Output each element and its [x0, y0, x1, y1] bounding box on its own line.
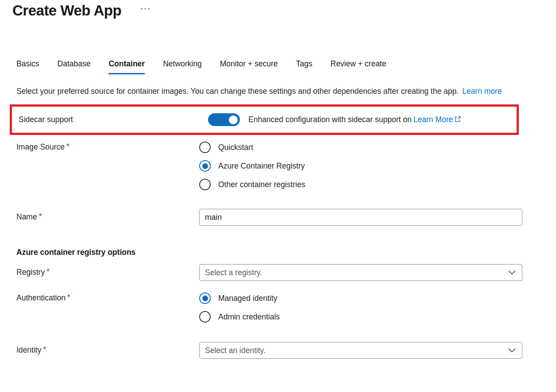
- authentication-row: Authentication* Managed identity Admin c…: [0, 292, 556, 323]
- name-row: Name*: [0, 209, 556, 226]
- image-source-label: Image Source*: [16, 142, 199, 152]
- registry-row: Registry* Select a registry.: [0, 264, 556, 281]
- radio-selected-icon: [199, 160, 211, 172]
- required-asterisk: *: [67, 293, 70, 302]
- name-label: Name*: [16, 209, 199, 222]
- radio-admin-credentials-label: Admin credentials: [218, 312, 280, 322]
- sidecar-toggle[interactable]: [208, 113, 240, 126]
- identity-row: Identity* Select an identity.: [0, 342, 556, 359]
- tab-basics[interactable]: Basics: [16, 59, 39, 74]
- image-source-label-text: Image Source: [16, 142, 65, 151]
- tab-description: Select your preferred source for contain…: [16, 85, 521, 97]
- tab-container[interactable]: Container: [108, 59, 145, 74]
- tab-monitor-secure[interactable]: Monitor + secure: [220, 59, 278, 74]
- chevron-down-icon: [508, 348, 516, 353]
- required-asterisk: *: [43, 345, 46, 354]
- radio-azure-container-registry[interactable]: Azure Container Registry: [199, 160, 305, 172]
- description-text: Select your preferred source for contain…: [16, 87, 459, 96]
- image-source-radio-group: Quickstart Azure Container Registry Othe…: [199, 142, 305, 190]
- radio-managed-identity[interactable]: Managed identity: [199, 292, 280, 304]
- chevron-down-icon: [508, 270, 516, 275]
- authentication-label: Authentication*: [16, 292, 199, 303]
- radio-acr-label: Azure Container Registry: [218, 161, 305, 171]
- registry-dropdown[interactable]: Select a registry.: [199, 264, 522, 281]
- required-asterisk: *: [66, 142, 70, 151]
- registry-label: Registry*: [16, 264, 199, 277]
- name-input[interactable]: [199, 209, 522, 226]
- authentication-label-text: Authentication: [16, 293, 66, 302]
- radio-managed-identity-label: Managed identity: [218, 294, 277, 303]
- tab-tags[interactable]: Tags: [296, 59, 313, 74]
- more-options-button[interactable]: ···: [141, 4, 151, 13]
- sidecar-support-row: Sidecar support Enhanced configuration w…: [12, 113, 517, 126]
- tab-bar: Basics Database Container Networking Mon…: [16, 59, 556, 74]
- sidecar-support-label: Sidecar support: [19, 115, 208, 124]
- radio-selected-icon: [199, 292, 211, 304]
- required-asterisk: *: [46, 267, 50, 276]
- identity-placeholder: Select an identity.: [205, 346, 266, 355]
- identity-label-text: Identity: [16, 346, 41, 354]
- registry-label-text: Registry: [16, 268, 45, 277]
- tab-database[interactable]: Database: [58, 59, 91, 74]
- required-asterisk: *: [39, 212, 42, 221]
- identity-label: Identity*: [16, 342, 199, 355]
- page-title: Create Web App: [12, 1, 121, 20]
- radio-unselected-icon: [199, 142, 211, 153]
- tab-review-create[interactable]: Review + create: [331, 59, 386, 74]
- sidecar-control: Enhanced configuration with sidecar supp…: [208, 113, 461, 126]
- sidecar-description-text: Enhanced configuration with sidecar supp…: [248, 115, 412, 124]
- radio-unselected-icon: [199, 179, 211, 190]
- tab-networking[interactable]: Networking: [163, 59, 202, 74]
- radio-admin-credentials[interactable]: Admin credentials: [199, 311, 280, 323]
- sidecar-description: Enhanced configuration with sidecar supp…: [248, 115, 461, 124]
- registry-placeholder: Select a registry.: [205, 268, 262, 277]
- image-source-row: Image Source* Quickstart Azure Container…: [0, 142, 556, 190]
- sidecar-learn-more-link[interactable]: Learn More: [413, 115, 462, 124]
- annotation-highlight-box: Sidecar support Enhanced configuration w…: [10, 104, 519, 135]
- authentication-radio-group: Managed identity Admin credentials: [199, 292, 280, 323]
- toggle-knob-icon: [229, 115, 238, 124]
- acr-options-heading: Azure container registry options: [16, 248, 556, 257]
- identity-dropdown[interactable]: Select an identity.: [199, 342, 522, 359]
- radio-quickstart-label: Quickstart: [218, 143, 253, 152]
- create-web-app-page: Create Web App ··· Basics Database Conta…: [0, 0, 556, 392]
- name-label-text: Name: [16, 212, 37, 221]
- page-header: Create Web App ···: [0, 0, 556, 20]
- radio-unselected-icon: [199, 311, 211, 323]
- radio-other-registries-label: Other container registries: [218, 180, 305, 189]
- radio-other-container-registries[interactable]: Other container registries: [199, 179, 305, 190]
- external-link-icon: [454, 115, 461, 123]
- learn-more-link[interactable]: Learn more: [462, 87, 502, 96]
- sidecar-learn-more-label: Learn More: [413, 115, 453, 124]
- radio-quickstart[interactable]: Quickstart: [199, 142, 305, 153]
